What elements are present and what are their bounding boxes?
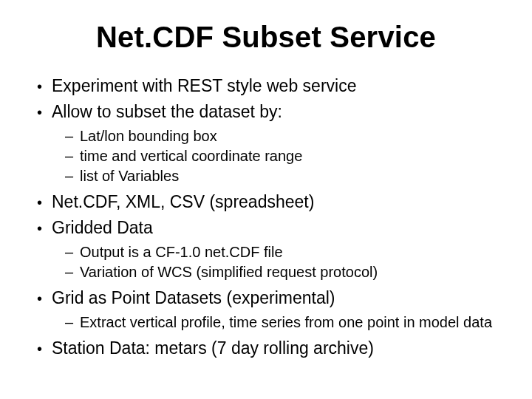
sub-bullet-item: Lat/lon bounding box bbox=[21, 126, 511, 146]
slide-title: Net.CDF Subset Service bbox=[21, 21, 511, 54]
sub-bullet-list: Output is a CF-1.0 net.CDF file Variatio… bbox=[21, 242, 511, 282]
sub-bullet-item: time and vertical coordinate range bbox=[21, 146, 511, 166]
sub-bullet-item: list of Variables bbox=[21, 166, 511, 186]
bullet-item: Grid as Point Datasets (experimental) bbox=[21, 287, 511, 310]
sub-bullet-item: Variation of WCS (simplified request pro… bbox=[21, 262, 511, 282]
slide: Net.CDF Subset Service Experiment with R… bbox=[0, 0, 532, 399]
bullet-list: Experiment with REST style web service A… bbox=[21, 75, 511, 360]
sub-bullet-list: Extract vertical profile, time series fr… bbox=[21, 313, 511, 332]
bullet-item: Experiment with REST style web service bbox=[21, 75, 511, 98]
bullet-item: Station Data: metars (7 day rolling arch… bbox=[21, 337, 511, 360]
sub-bullet-item: Extract vertical profile, time series fr… bbox=[21, 313, 511, 332]
bullet-item: Net.CDF, XML, CSV (spreadsheet) bbox=[21, 191, 511, 214]
sub-bullet-list: Lat/lon bounding box time and vertical c… bbox=[21, 126, 511, 186]
bullet-item: Allow to subset the dataset by: bbox=[21, 100, 511, 123]
bullet-item: Gridded Data bbox=[21, 216, 511, 239]
sub-bullet-item: Output is a CF-1.0 net.CDF file bbox=[21, 242, 511, 262]
